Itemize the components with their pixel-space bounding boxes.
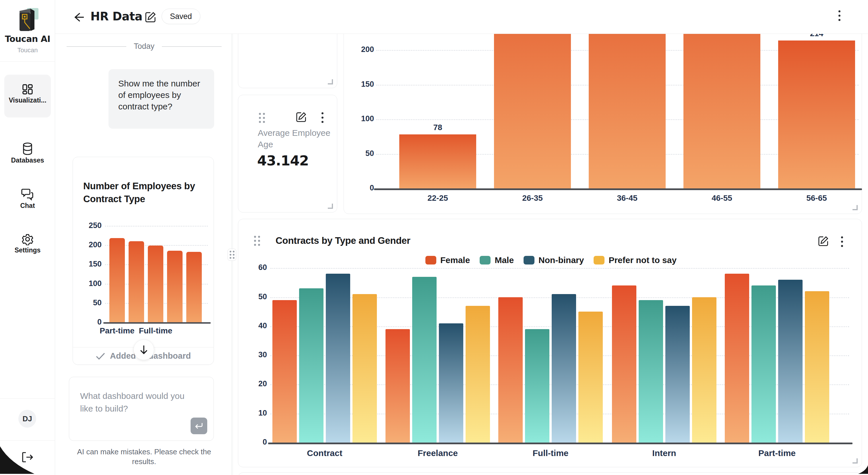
- bar-non-binary: [552, 294, 576, 443]
- y-tick-label: 40: [246, 321, 267, 330]
- chat-panel: Today Show me the number of employees by…: [55, 34, 231, 475]
- bar-male: [639, 300, 663, 443]
- resize-handle-icon[interactable]: [328, 79, 333, 84]
- sidebar-item-settings[interactable]: Settings: [4, 233, 51, 268]
- dashboard-canvas: 1000 Average Employee Age 43.142 0501001…: [233, 34, 868, 475]
- bar: [186, 252, 202, 322]
- gridline: [105, 226, 208, 227]
- kpi-value: 1000: [257, 34, 307, 36]
- resize-handle-icon[interactable]: [852, 205, 858, 210]
- sidebar-item-label: Settings: [4, 246, 51, 254]
- chat-bubbles-icon: [21, 187, 34, 202]
- sidebar: Toucan AI Toucan Visualizati... Database…: [0, 0, 55, 475]
- decorative-toucan-shape: [0, 438, 34, 475]
- edit-title-icon[interactable]: [145, 11, 157, 23]
- chat-input[interactable]: What dashboard would you like to build?: [69, 377, 214, 441]
- bar: [148, 245, 163, 322]
- sidebar-item-label: Chat: [4, 202, 51, 210]
- y-tick-label: 0: [79, 318, 102, 327]
- sidebar-item-label: Visualizati...: [4, 96, 51, 104]
- y-tick-label: 50: [79, 298, 102, 307]
- x-category-label: Contract: [282, 448, 368, 458]
- divider: [0, 61, 55, 62]
- gear-icon: [22, 233, 34, 246]
- kpi-card-average-age[interactable]: Average Employee Age 43.142: [238, 95, 337, 212]
- next-card-sliver: [238, 472, 862, 475]
- panel-splitter[interactable]: [231, 34, 233, 475]
- x-category-label: Part-time: [734, 448, 820, 458]
- x-category-label: 36-45: [580, 194, 674, 203]
- bar-non-binary: [439, 323, 463, 443]
- x-category-label: 22-25: [391, 194, 485, 203]
- widget-kebab-menu-icon[interactable]: [321, 112, 323, 123]
- bar-non-binary: [778, 280, 803, 443]
- y-tick-label: 150: [79, 260, 102, 269]
- dashboard-grid-icon: [22, 83, 34, 96]
- bar: [778, 40, 855, 188]
- y-tick-label: 100: [352, 114, 374, 123]
- x-category-label: Intern: [621, 448, 707, 458]
- bar-non-binary: [326, 274, 350, 443]
- y-tick-label: 0: [246, 438, 267, 447]
- brand-name: Toucan AI: [0, 34, 55, 44]
- chat-chart-card: Number of Employees by Contract Type 050…: [73, 157, 214, 365]
- bar-female: [385, 329, 410, 443]
- x-category-label: Freelance: [395, 448, 481, 458]
- drag-handle-icon[interactable]: [259, 113, 265, 123]
- status-badge: Saved: [162, 9, 200, 24]
- back-button[interactable]: [72, 11, 85, 24]
- bar-prefer-not-to-say: [692, 297, 716, 443]
- contracts-grouped-bar-chart: 0102030405060ContractFreelanceFull-timeI…: [238, 219, 862, 467]
- y-tick-label: 30: [246, 350, 267, 359]
- resize-handle-icon[interactable]: [852, 458, 858, 464]
- sidebar-item-visualizations[interactable]: Visualizati...: [4, 75, 51, 117]
- send-button[interactable]: [191, 418, 207, 434]
- date-divider: Today: [67, 42, 222, 51]
- y-tick-label: 200: [352, 45, 374, 54]
- bar: [683, 34, 761, 188]
- x-category-label: Full-time: [130, 326, 181, 335]
- bar: [110, 238, 125, 322]
- bar: [399, 135, 476, 188]
- bar: [589, 34, 665, 188]
- age-chart-card[interactable]: 0501001502007822-2526-3536-4546-5521456-…: [344, 34, 862, 214]
- user-avatar[interactable]: DJ: [19, 410, 36, 427]
- x-category-label: 56-65: [770, 194, 864, 203]
- edit-widget-icon[interactable]: [296, 111, 307, 124]
- y-tick-label: 100: [79, 279, 102, 288]
- header-bar: HR Data Saved: [55, 0, 868, 34]
- kpi-card-total[interactable]: 1000: [238, 34, 337, 88]
- sidebar-item-chat[interactable]: Chat: [4, 187, 51, 222]
- sidebar-item-label: Databases: [4, 156, 51, 164]
- resize-handle-icon[interactable]: [328, 204, 333, 209]
- bar-prefer-not-to-say: [805, 291, 829, 443]
- bar-prefer-not-to-say: [466, 306, 490, 443]
- x-axis-line: [268, 443, 852, 444]
- bar-prefer-not-to-say: [578, 311, 603, 443]
- return-icon: [194, 422, 204, 430]
- y-tick-label: 50: [246, 292, 267, 301]
- sidebar-item-databases[interactable]: Databases: [4, 142, 51, 177]
- user-message-bubble: Show me the number of employees by contr…: [108, 69, 214, 129]
- y-tick-label: 10: [246, 409, 267, 418]
- kpi-label: Average Employee Age: [258, 127, 332, 150]
- y-tick-label: 20: [246, 379, 267, 388]
- bar-male: [299, 288, 323, 443]
- bar-non-binary: [665, 306, 690, 443]
- ai-disclaimer: AI can make mistakes. Please check the r…: [67, 447, 222, 466]
- bar: [494, 34, 571, 188]
- splitter-drag-handle[interactable]: [228, 249, 236, 261]
- bar: [167, 251, 183, 322]
- brand-subtitle: Toucan: [0, 47, 55, 54]
- scroll-to-bottom-button[interactable]: [133, 339, 154, 360]
- bar-prefer-not-to-say: [352, 294, 377, 443]
- x-category-label: 46-55: [675, 194, 769, 203]
- bar-female: [498, 297, 523, 443]
- bar-value-label: 78: [399, 123, 476, 132]
- header-kebab-menu-icon[interactable]: [834, 10, 845, 24]
- bar-female: [272, 300, 297, 443]
- y-tick-label: 250: [79, 221, 102, 230]
- contracts-chart-card[interactable]: Contracts by Type and Gender Female Male…: [238, 219, 862, 467]
- database-icon: [22, 142, 33, 156]
- x-axis-line: [374, 188, 862, 190]
